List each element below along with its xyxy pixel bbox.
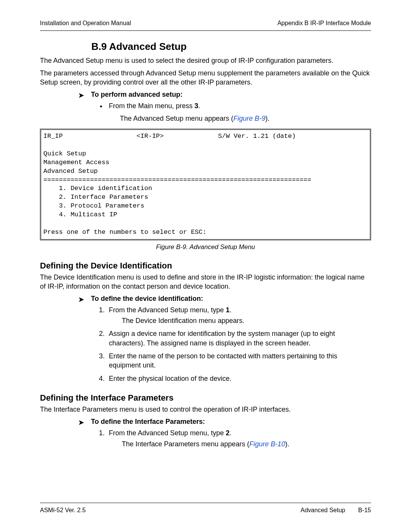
step: From the Advanced Setup menu, type 1. Th… bbox=[107, 305, 371, 326]
term-line: Quick Setup bbox=[43, 150, 86, 157]
step: Assign a device name for identification … bbox=[107, 329, 371, 348]
step: Enter the name of the person to be conta… bbox=[107, 351, 371, 370]
section-title: B.9 Advanced Setup bbox=[91, 41, 371, 53]
step-result: The Device Identification menu appears. bbox=[122, 316, 371, 325]
footer-page-number: B-15 bbox=[358, 507, 371, 514]
terminal-screen: IR_IP <IR-IP> S/W Ver. 1.21 (date) Quick… bbox=[40, 129, 371, 240]
term-prompt: Press one of the numbers to select or ES… bbox=[43, 228, 206, 236]
step: From the Main menu, press 3. bbox=[107, 101, 371, 110]
step-key: 2 bbox=[226, 429, 229, 437]
devid-steps: From the Advanced Setup menu, type 1. Th… bbox=[40, 305, 371, 383]
procedure-perform-advanced-setup: ➤ To perform advanced setup: bbox=[78, 91, 371, 100]
devid-para: The Device Identification menu is used t… bbox=[40, 273, 371, 291]
procedure-title: To define the device identification: bbox=[91, 295, 203, 304]
term-rule: ========================================… bbox=[43, 176, 311, 184]
footer-section: Advanced Setup bbox=[301, 507, 345, 514]
arrow-icon: ➤ bbox=[78, 91, 91, 100]
term-line: Advanced Setup bbox=[43, 168, 98, 175]
term-version: S/W Ver. 1.21 (date) bbox=[218, 133, 296, 140]
term-hostname: IR_IP bbox=[43, 133, 63, 140]
arrow-icon: ➤ bbox=[78, 418, 91, 427]
step-text: From the Main menu, press bbox=[109, 102, 194, 110]
header-right: Appendix B IR-IP Interface Module bbox=[277, 20, 371, 27]
iface-steps: From the Advanced Setup menu, type 2. Th… bbox=[40, 428, 371, 449]
section-number: B.9 bbox=[91, 41, 107, 52]
term-menu-item: 1. Device identification bbox=[43, 185, 152, 192]
intro-para-2: The parameters accessed through Advanced… bbox=[40, 69, 371, 87]
term-line: Management Access bbox=[43, 159, 109, 166]
step-key: 3 bbox=[194, 102, 198, 110]
page-header: Installation and Operation Manual Append… bbox=[40, 20, 371, 31]
step-result: The Interface Parameters menu appears (F… bbox=[122, 439, 371, 449]
footer-left: ASMi-52 Ver. 2.5 bbox=[40, 507, 86, 514]
term-menu-item: 4. Multicast IP bbox=[43, 211, 117, 218]
term-menu-item: 3. Protocol Parameters bbox=[43, 202, 144, 209]
procedure-title: To perform advanced setup: bbox=[91, 91, 183, 100]
term-device: <IR-IP> bbox=[137, 133, 164, 140]
figure-caption: Figure B-9. Advanced Setup Menu bbox=[40, 243, 371, 251]
header-left: Installation and Operation Manual bbox=[40, 20, 131, 27]
section-name: Advanced Setup bbox=[109, 41, 187, 52]
subheading-interface-parameters: Defining the Interface Parameters bbox=[40, 393, 371, 403]
subheading-device-identification: Defining the Device Identification bbox=[40, 261, 371, 271]
term-menu-item: 2. Interface Parameters bbox=[43, 193, 148, 201]
intro-para-1: The Advanced Setup menu is used to selec… bbox=[40, 56, 371, 65]
iface-para: The Interface Parameters menu is used to… bbox=[40, 405, 371, 414]
step: From the Advanced Setup menu, type 2. Th… bbox=[107, 428, 371, 449]
page-body: B.9 Advanced Setup The Advanced Setup me… bbox=[40, 41, 371, 449]
procedure-define-device-identification: ➤ To define the device identification: bbox=[78, 295, 371, 304]
procedure-define-interface-parameters: ➤ To define the Interface Parameters: bbox=[78, 418, 371, 427]
figure-ref[interactable]: Figure B-10 bbox=[249, 440, 285, 448]
procedure-title: To define the Interface Parameters: bbox=[91, 418, 205, 427]
arrow-icon: ➤ bbox=[78, 295, 91, 304]
step-result: The Advanced Setup menu appears (Figure … bbox=[120, 114, 371, 123]
page: Installation and Operation Manual Append… bbox=[0, 0, 411, 532]
step-text-post: . bbox=[198, 102, 200, 110]
procedure-steps: From the Main menu, press 3. bbox=[40, 101, 371, 110]
step-key: 1 bbox=[226, 306, 229, 314]
figure-ref[interactable]: Figure B-9 bbox=[233, 115, 265, 122]
page-footer: ASMi-52 Ver. 2.5 Advanced Setup B-15 bbox=[40, 503, 371, 514]
step: Enter the physical location of the devic… bbox=[107, 374, 371, 383]
